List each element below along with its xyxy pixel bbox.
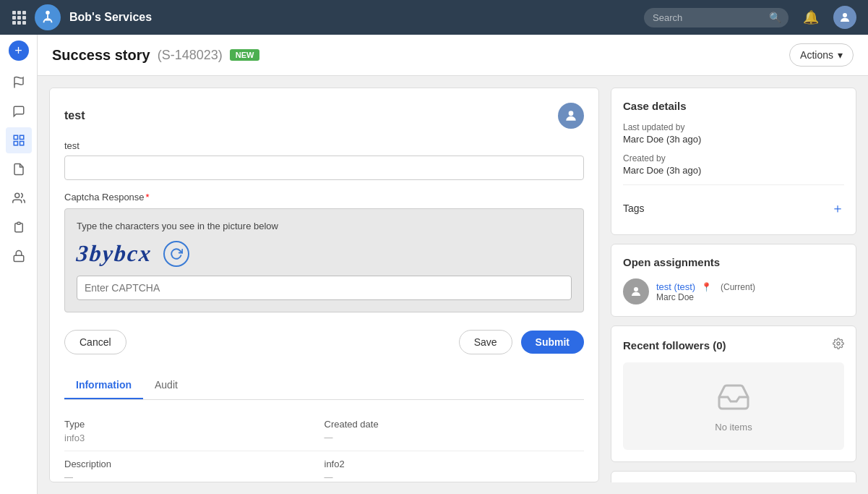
last-updated-value: Marc Doe (3h ago) <box>623 134 844 145</box>
tab-information[interactable]: Information <box>64 372 143 399</box>
svg-rect-20 <box>14 255 24 261</box>
tab-audit[interactable]: Audit <box>143 372 189 399</box>
svg-rect-0 <box>12 11 16 14</box>
svg-rect-15 <box>20 135 23 139</box>
content-area: test test Captcha Response* Type the cha… <box>38 76 868 494</box>
cancel-button[interactable]: Cancel <box>64 330 126 354</box>
required-star: * <box>146 192 150 203</box>
user-avatar[interactable] <box>833 6 856 29</box>
case-details-title: Case details <box>623 100 844 112</box>
page-header: Success story (S-148023) NEW Actions ▾ <box>38 35 868 76</box>
case-details-card: Case details Last updated by Marc Doe (3… <box>611 88 856 235</box>
svg-point-22 <box>634 287 638 291</box>
info-cell-info2: info2 — <box>325 451 585 482</box>
open-assignments-card: Open assignments test (test) 📍 <box>611 244 856 317</box>
assignment-current: (Current) <box>721 282 755 292</box>
svg-rect-8 <box>22 21 26 25</box>
no-items-label: No items <box>715 422 752 433</box>
svg-rect-3 <box>12 16 16 20</box>
inbox-icon <box>716 380 751 414</box>
followers-title: Recent followers (0) <box>623 339 726 352</box>
grid-menu-icon[interactable] <box>12 10 26 25</box>
add-tag-icon[interactable]: ＋ <box>831 200 844 217</box>
info-cell-type: Type info3 <box>64 412 325 451</box>
info-cell-created-date: Created date — <box>325 412 585 451</box>
chevron-down-icon: ▾ <box>838 49 843 61</box>
assignment-user: Marc Doe <box>656 292 844 302</box>
created-row: Created by Marc Doe (3h ago) <box>623 153 844 176</box>
captcha-label: Captcha Response* <box>64 192 584 203</box>
sidebar-add-button[interactable]: + <box>9 41 29 61</box>
pin-icon: 📍 <box>701 282 712 292</box>
sidebar-item-chat[interactable] <box>6 98 32 124</box>
test-input[interactable] <box>64 156 584 180</box>
assignment-info: test (test) 📍 (Current) Marc Doe <box>656 281 844 302</box>
page-title-group: Success story (S-148023) NEW <box>52 47 259 64</box>
sidebar-item-document[interactable] <box>6 156 32 182</box>
svg-rect-2 <box>22 11 26 14</box>
svg-rect-4 <box>17 16 21 20</box>
sidebar-item-clipboard[interactable] <box>6 214 32 240</box>
svg-point-23 <box>837 342 840 345</box>
created-label: Created by <box>623 153 844 163</box>
svg-rect-5 <box>22 16 26 20</box>
divider <box>623 184 844 185</box>
search-wrapper: 🔍 <box>644 8 788 27</box>
assignment-name[interactable]: test (test) <box>656 281 695 292</box>
field-label: test <box>64 140 584 151</box>
actions-button[interactable]: Actions ▾ <box>789 43 854 67</box>
tabs-row: Information Audit <box>64 372 584 400</box>
captcha-refresh-button[interactable] <box>163 241 189 267</box>
info-grid: Type info3 Created date — Description — … <box>64 412 584 482</box>
captcha-text: 3bybcx <box>75 240 153 267</box>
assignments-title: Open assignments <box>623 256 844 268</box>
svg-rect-1 <box>17 11 21 14</box>
svg-rect-17 <box>14 142 17 145</box>
main-content: Success story (S-148023) NEW Actions ▾ t… <box>38 35 868 494</box>
captcha-box: Type the characters you see in the pictu… <box>64 208 584 312</box>
svg-rect-14 <box>14 135 17 139</box>
followers-header: Recent followers (0) <box>623 338 844 352</box>
settings-gear-icon[interactable] <box>833 338 844 352</box>
form-buttons: Cancel Save Submit <box>64 324 584 354</box>
sidebar-item-user[interactable] <box>6 185 32 211</box>
form-user-icon <box>558 103 584 129</box>
app-logo <box>35 4 61 30</box>
created-value: Marc Doe (3h ago) <box>623 165 844 176</box>
captcha-instruction: Type the characters you see in the pictu… <box>77 221 572 231</box>
svg-rect-19 <box>17 222 20 224</box>
status-badge: NEW <box>230 49 260 61</box>
captcha-image-row: 3bybcx <box>77 240 572 267</box>
sidebar-item-dashboard[interactable] <box>6 127 32 153</box>
assignment-item: test (test) 📍 (Current) Marc Doe <box>623 278 844 305</box>
info-cell-description: Description — <box>64 451 325 482</box>
recent-followers-card: Recent followers (0) <box>611 325 856 462</box>
submit-button[interactable]: Submit <box>521 331 584 354</box>
right-panel: Case details Last updated by Marc Doe (3… <box>611 88 856 482</box>
svg-point-12 <box>843 13 847 17</box>
navbar: Bob's Services 🔍 🔔 <box>0 0 868 35</box>
assignment-avatar <box>623 278 649 305</box>
page-title: Success story <box>52 47 150 64</box>
bell-icon[interactable]: 🔔 <box>803 9 819 25</box>
sidebar-item-flag[interactable] <box>6 69 32 95</box>
form-title: test <box>64 109 85 122</box>
svg-point-18 <box>14 193 19 197</box>
app-layout: + <box>0 35 868 494</box>
captcha-input[interactable] <box>77 276 572 300</box>
save-button[interactable]: Save <box>459 330 512 354</box>
app-title: Bob's Services <box>69 11 152 24</box>
tags-row: Tags ＋ <box>623 194 844 223</box>
svg-point-9 <box>46 11 50 15</box>
recent-attachments-card: Recent attachments (0) ＋ <box>611 471 856 482</box>
svg-point-21 <box>569 111 574 116</box>
search-input[interactable] <box>644 8 788 27</box>
svg-rect-7 <box>17 21 21 25</box>
left-sidebar: + <box>0 35 38 494</box>
form-header: test <box>64 103 584 129</box>
page-id: (S-148023) <box>158 48 223 63</box>
tags-label: Tags <box>623 203 645 214</box>
last-updated-label: Last updated by <box>623 122 844 132</box>
no-items-box: No items <box>623 362 844 450</box>
sidebar-item-lock[interactable] <box>6 243 32 269</box>
